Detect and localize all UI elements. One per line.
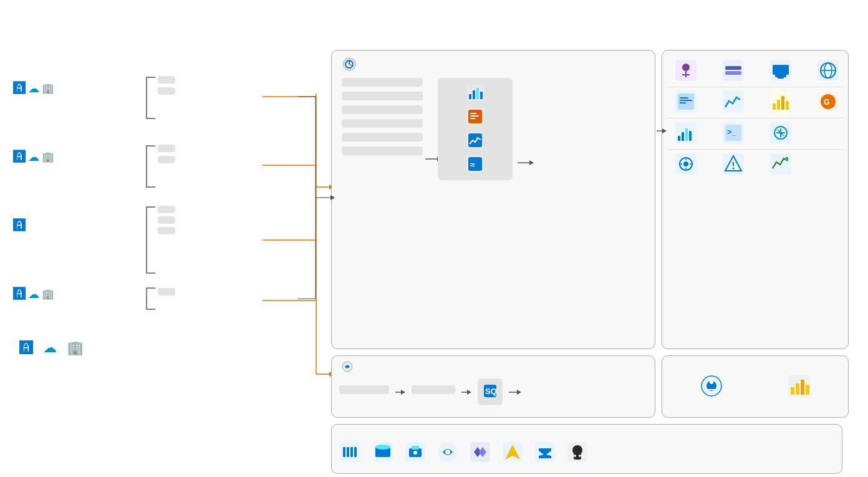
os-box [158,156,175,163]
traces-item [466,132,484,150]
building-icon-custom: 🏢 [42,288,54,300]
autoscale-icon [770,153,791,175]
azure-storage-item [373,442,393,465]
workbooks-item [667,91,705,114]
azure-resources-box [158,206,175,213]
svg-point-119 [683,161,688,166]
grafana-item: G [809,91,847,114]
respond-section [667,153,843,176]
more-insights-item: ••• [857,59,868,83]
custom-sources-box [158,288,175,296]
source-group-apps: 🅰 ☁ 🏢 [13,81,54,98]
log-analytics-item: >_ [715,122,752,145]
svg-rect-23 [470,113,476,114]
svg-rect-98 [777,100,780,110]
bracket-custom [144,287,157,311]
autoscale-item [762,153,799,176]
source-group-infra: 🅰 ☁ 🏢 [13,150,54,166]
svg-marker-42 [517,390,521,395]
apps-boxes [158,76,175,95]
managed-partners-item [405,442,425,465]
integrate-items [340,442,587,465]
databases-icon: SQL [483,383,498,398]
custom-apps-box [158,76,175,84]
svg-rect-105 [678,136,680,141]
iaas-workloads-box [158,87,175,95]
scom-items-row: SQL [339,378,523,405]
dashboards-item [715,91,752,114]
svg-marker-32 [529,160,534,165]
svg-rect-81 [725,71,741,75]
aiops-item [667,153,705,176]
svg-text:G: G [824,98,829,107]
infra-boxes [158,145,175,163]
svg-rect-51 [806,385,809,395]
devops-icon [535,442,555,462]
cloud-icon-apps: ☁ [28,82,39,95]
agents-item [342,92,423,100]
svg-rect-106 [682,132,684,141]
metric-explorer-icon [675,122,697,143]
svg-rect-19 [476,88,479,99]
github-item [567,442,587,465]
connectors-svg [13,0,350,436]
azure-icon-custom: 🅰 [13,287,26,301]
logs-item [466,108,484,127]
svg-rect-93 [680,100,692,101]
functions-item [503,442,523,465]
container-box [158,145,175,152]
scom-arrow1 [394,386,407,398]
powerbi-icon [770,91,791,112]
diag-settings-item [342,119,423,128]
svg-rect-49 [796,383,799,395]
logicapps-icon [470,442,490,462]
key-other-clouds: ☁ [43,340,57,358]
insights-section: ••• [667,59,843,83]
api-item [342,147,423,155]
svg-rect-54 [347,447,349,457]
source-group-custom: 🅰 ☁ 🏢 [13,287,54,304]
svg-rect-80 [725,66,741,70]
ops-console-item [693,375,730,399]
svg-rect-24 [470,115,479,117]
network-icon [817,60,839,81]
azure-tenant-box [158,227,175,234]
application-item [667,60,705,83]
svg-rect-20 [480,92,483,99]
container-insight-item [715,60,752,83]
platform-to-consumption-arrow [516,157,535,169]
vm-item [762,60,799,83]
svg-rect-62 [412,446,419,450]
app-sdk-item [342,78,423,87]
consumption-box: ••• [662,50,849,349]
svg-point-73 [579,455,581,457]
visualize-section: G [667,91,843,114]
cloud-icon-infra: ☁ [28,150,39,164]
grafana-icon: G [817,91,839,112]
log-analytics-icon: >_ [723,122,744,143]
building-icon-infra: 🏢 [42,151,54,163]
change-analysis-item [762,122,799,145]
svg-rect-53 [343,447,345,457]
insights-items: ••• [667,59,843,83]
mgmt-server [412,385,455,394]
collection-items [342,78,423,160]
databases-item: SQL [478,378,503,405]
metrics-item [466,84,484,103]
workbooks-icon [675,91,697,112]
diagram: 🅰 ☁ 🏢 🅰 ☁ 🏢 🅰 [13,0,855,455]
svg-text:>_: >_ [727,127,737,137]
svg-rect-91 [678,94,694,110]
scom-box: SQL [331,355,655,418]
svg-rect-17 [469,94,471,99]
svg-rect-56 [354,447,357,457]
scom-powerbi-icon [788,375,811,397]
github-icon [567,442,587,462]
svg-marker-35 [401,390,405,395]
api-icon [438,442,458,462]
container-icon [723,60,744,81]
analyze-section: >_ [667,122,843,145]
integrate-box [331,424,842,474]
svg-text:SQL: SQL [485,387,498,396]
storage-icon [373,442,393,462]
